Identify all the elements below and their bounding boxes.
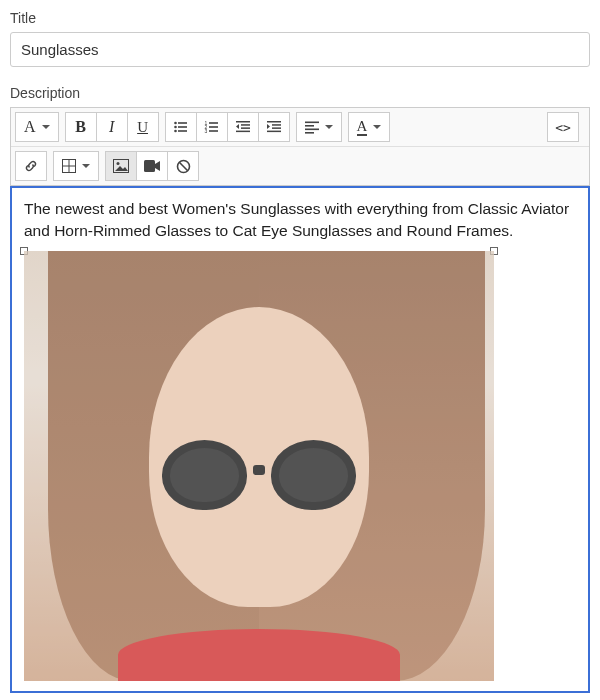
- bullet-list-button[interactable]: [165, 112, 197, 142]
- svg-rect-13: [241, 124, 250, 126]
- svg-rect-9: [209, 126, 218, 128]
- link-icon: [23, 158, 39, 174]
- title-label: Title: [10, 10, 590, 26]
- description-text[interactable]: The newest and best Women's Sunglasses w…: [24, 198, 576, 243]
- ban-icon: [176, 159, 191, 174]
- svg-rect-25: [305, 132, 314, 134]
- svg-rect-18: [272, 124, 281, 126]
- svg-rect-3: [178, 126, 187, 128]
- image-button[interactable]: [105, 151, 137, 181]
- svg-rect-7: [209, 122, 218, 124]
- toolbar-row-1: A B I U 123: [11, 108, 589, 147]
- code-icon: <>: [555, 120, 571, 135]
- numbered-list-button[interactable]: 123: [196, 112, 228, 142]
- indent-button[interactable]: [258, 112, 290, 142]
- svg-point-30: [117, 162, 120, 165]
- svg-rect-11: [209, 130, 218, 132]
- svg-rect-32: [144, 160, 155, 172]
- text-color-button[interactable]: A: [348, 112, 391, 142]
- title-input[interactable]: [10, 32, 590, 67]
- chevron-down-icon: [42, 125, 50, 129]
- underline-button[interactable]: U: [127, 112, 159, 142]
- numbered-list-icon: 123: [204, 119, 220, 135]
- svg-rect-24: [305, 129, 319, 131]
- indent-icon: [266, 119, 282, 135]
- image-icon: [113, 159, 129, 173]
- video-button[interactable]: [136, 151, 168, 181]
- outdent-button[interactable]: [227, 112, 259, 142]
- bold-icon: B: [75, 118, 86, 136]
- svg-point-4: [174, 130, 177, 133]
- embedded-image[interactable]: [24, 251, 494, 681]
- italic-icon: I: [109, 118, 114, 136]
- chevron-down-icon: [82, 164, 90, 168]
- bold-button[interactable]: B: [65, 112, 97, 142]
- format-select[interactable]: A: [15, 112, 59, 142]
- svg-rect-5: [178, 130, 187, 132]
- code-view-button[interactable]: <>: [547, 112, 579, 142]
- svg-text:3: 3: [204, 128, 207, 134]
- bullet-list-icon: [173, 119, 189, 135]
- svg-rect-23: [305, 125, 314, 127]
- format-label: A: [24, 118, 36, 136]
- description-editor[interactable]: The newest and best Women's Sunglasses w…: [10, 186, 590, 693]
- clear-format-button[interactable]: [167, 151, 199, 181]
- table-icon: [62, 159, 76, 173]
- underline-icon: U: [137, 119, 148, 136]
- svg-rect-19: [272, 127, 281, 128]
- svg-marker-31: [115, 166, 128, 171]
- svg-rect-22: [305, 122, 319, 124]
- link-button[interactable]: [15, 151, 47, 181]
- text-color-icon: A: [357, 119, 368, 136]
- description-label: Description: [10, 85, 590, 101]
- outdent-icon: [235, 119, 251, 135]
- svg-marker-33: [155, 161, 160, 171]
- svg-rect-14: [241, 127, 250, 128]
- svg-line-35: [179, 162, 187, 170]
- svg-rect-17: [267, 121, 281, 123]
- svg-rect-20: [267, 131, 281, 133]
- svg-point-2: [174, 126, 177, 129]
- align-button[interactable]: [296, 112, 342, 142]
- table-button[interactable]: [53, 151, 99, 181]
- svg-marker-16: [236, 124, 239, 129]
- editor-toolbar: A B I U 123: [10, 107, 590, 186]
- svg-point-0: [174, 122, 177, 125]
- italic-button[interactable]: I: [96, 112, 128, 142]
- svg-rect-12: [236, 121, 250, 123]
- toolbar-row-2: [11, 147, 589, 185]
- video-icon: [144, 160, 160, 172]
- chevron-down-icon: [325, 125, 333, 129]
- chevron-down-icon: [373, 125, 381, 129]
- svg-marker-21: [267, 124, 270, 129]
- svg-rect-15: [236, 131, 250, 133]
- embedded-image-selection[interactable]: [24, 251, 494, 681]
- align-icon: [305, 120, 319, 134]
- svg-rect-1: [178, 122, 187, 124]
